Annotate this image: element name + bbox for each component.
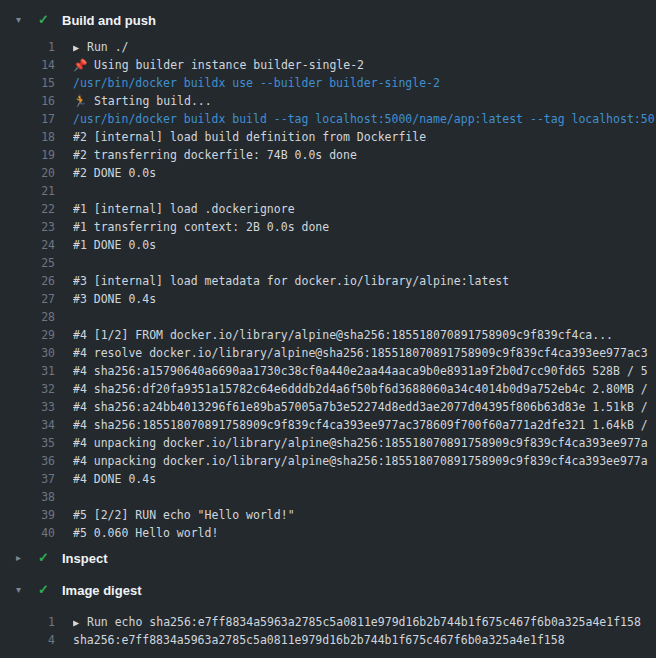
line-number[interactable]: 23 [0, 218, 55, 236]
line-text-content: /usr/bin/docker buildx build --tag local… [73, 112, 655, 126]
log-line: 39#5 [2/2] RUN echo "Hello world!" [0, 506, 656, 524]
line-text: #4 sha256:185518070891758909c9f839cf4ca3… [73, 416, 648, 434]
line-text: /usr/bin/docker buildx use --builder bui… [73, 74, 440, 92]
line-number[interactable]: 4 [0, 631, 55, 649]
line-number[interactable]: 25 [0, 254, 55, 272]
line-text-content: #2 transferring dockerfile: 74B 0.0s don… [73, 148, 357, 162]
line-number[interactable]: 20 [0, 164, 55, 182]
line-number[interactable]: 16 [0, 92, 55, 110]
line-text: #2 [internal] load build definition from… [73, 128, 426, 146]
log-line: 4sha256:e7ff8834a5963a2785c5a0811e979d16… [0, 631, 656, 649]
log-line: 1▶Run echo sha256:e7ff8834a5963a2785c5a0… [0, 613, 656, 631]
line-text: #5 0.060 Hello world! [73, 524, 218, 542]
log-line: 33#4 sha256:a24bb4013296f61e89ba57005a7b… [0, 398, 656, 416]
line-text: #4 DONE 0.4s [73, 470, 156, 488]
line-number[interactable]: 28 [0, 308, 55, 326]
section-header-build-and-push[interactable]: ▾✓Build and push [0, 9, 656, 31]
log-line: 16🏃Starting build... [0, 92, 656, 110]
line-number[interactable]: 15 [0, 74, 55, 92]
line-text: #1 [internal] load .dockerignore [73, 200, 295, 218]
log-line: 28 [0, 308, 656, 326]
line-text: #3 [internal] load metadata for docker.i… [73, 272, 509, 290]
line-number[interactable]: 24 [0, 236, 55, 254]
line-number[interactable]: 35 [0, 434, 55, 452]
line-text-content: #1 DONE 0.0s [73, 238, 156, 252]
line-number[interactable]: 30 [0, 344, 55, 362]
line-text: sha256:e7ff8834a5963a2785c5a0811e979d16b… [73, 631, 565, 649]
log-line: 26#3 [internal] load metadata for docker… [0, 272, 656, 290]
line-text: #4 resolve docker.io/library/alpine@sha2… [73, 344, 648, 362]
line-number[interactable]: 36 [0, 452, 55, 470]
line-text-content: #1 transferring context: 2B 0.0s done [73, 220, 329, 234]
line-number[interactable]: 1 [0, 38, 55, 56]
log-line: 21 [0, 182, 656, 200]
play-icon: ▶ [73, 39, 83, 56]
line-number[interactable]: 37 [0, 470, 55, 488]
line-number[interactable]: 29 [0, 326, 55, 344]
line-text-content: #4 DONE 0.4s [73, 472, 156, 486]
section-title: Inspect [62, 551, 108, 566]
log-line: 37#4 DONE 0.4s [0, 470, 656, 488]
line-number[interactable]: 34 [0, 416, 55, 434]
log-line: 32#4 sha256:df20fa9351a15782c64e6dddb2d4… [0, 380, 656, 398]
line-text-content: #4 sha256:a24bb4013296f61e89ba57005a7b3e… [73, 400, 648, 414]
log-line: 34#4 sha256:185518070891758909c9f839cf4c… [0, 416, 656, 434]
log-section-inspect: ▸✓Inspect [0, 547, 656, 569]
section-header-inspect[interactable]: ▸✓Inspect [0, 547, 656, 569]
line-number[interactable]: 27 [0, 290, 55, 308]
log-line: 20#2 DONE 0.0s [0, 164, 656, 182]
log-line: 22#1 [internal] load .dockerignore [0, 200, 656, 218]
runner-emoji-icon: 🏃 [73, 92, 87, 110]
line-text: ▶Run echo sha256:e7ff8834a5963a2785c5a08… [73, 613, 641, 631]
line-text-content: sha256:e7ff8834a5963a2785c5a0811e979d16b… [73, 633, 565, 647]
line-number[interactable]: 18 [0, 128, 55, 146]
line-text-content: Run echo sha256:e7ff8834a5963a2785c5a081… [87, 615, 641, 629]
section-header-image-digest[interactable]: ▾✓Image digest [0, 579, 656, 601]
line-text: ▶Run ./ [73, 38, 129, 56]
line-text: #4 sha256:a24bb4013296f61e89ba57005a7b3e… [73, 398, 648, 416]
log-line: 25 [0, 254, 656, 272]
line-text-content: #5 [2/2] RUN echo "Hello world!" [73, 508, 295, 522]
line-text: #4 sha256:a15790640a6690aa1730c38cf0a440… [73, 362, 648, 380]
line-text: 📌Using builder instance builder-single-2 [73, 56, 364, 74]
line-text-content: #2 DONE 0.0s [73, 166, 156, 180]
line-text-content: #4 sha256:df20fa9351a15782c64e6dddb2d4a6… [73, 382, 648, 396]
line-text-content: Starting build... [94, 94, 212, 108]
log-line: 17/usr/bin/docker buildx build --tag loc… [0, 110, 656, 128]
log-line: 1▶Run ./ [0, 38, 656, 56]
log-section-image-digest: ▾✓Image digest1▶Run echo sha256:e7ff8834… [0, 579, 656, 649]
line-number[interactable]: 38 [0, 488, 55, 506]
line-text-content: #3 [internal] load metadata for docker.i… [73, 274, 509, 288]
line-number[interactable]: 17 [0, 110, 55, 128]
line-number[interactable]: 19 [0, 146, 55, 164]
line-number[interactable]: 33 [0, 398, 55, 416]
line-text-content: #2 [internal] load build definition from… [73, 130, 426, 144]
line-text-content: /usr/bin/docker buildx use --builder bui… [73, 76, 440, 90]
line-text: #4 unpacking docker.io/library/alpine@sh… [73, 434, 648, 452]
line-text: /usr/bin/docker buildx build --tag local… [73, 110, 655, 128]
line-text: #5 [2/2] RUN echo "Hello world!" [73, 506, 295, 524]
line-text: #1 transferring context: 2B 0.0s done [73, 218, 329, 236]
line-number[interactable]: 39 [0, 506, 55, 524]
line-text-content: #4 [1/2] FROM docker.io/library/alpine@s… [73, 328, 613, 342]
chevron-right-icon[interactable]: ▸ [16, 547, 38, 569]
line-number[interactable]: 21 [0, 182, 55, 200]
line-number[interactable]: 26 [0, 272, 55, 290]
line-number[interactable]: 32 [0, 380, 55, 398]
chevron-down-icon[interactable]: ▾ [16, 579, 38, 601]
line-text: 🏃Starting build... [73, 92, 212, 110]
line-number[interactable]: 1 [0, 613, 55, 631]
log-line: 38 [0, 488, 656, 506]
chevron-down-icon[interactable]: ▾ [16, 9, 38, 31]
line-number[interactable]: 22 [0, 200, 55, 218]
log-line: 14📌Using builder instance builder-single… [0, 56, 656, 74]
pushpin-emoji-icon: 📌 [73, 56, 87, 74]
line-number[interactable]: 14 [0, 56, 55, 74]
line-text-content: #1 [internal] load .dockerignore [73, 202, 295, 216]
section-title: Image digest [62, 583, 141, 598]
log-section-build-and-push: ▾✓Build and push1▶Run ./14📌Using builder… [0, 9, 656, 542]
line-text-content: #5 0.060 Hello world! [73, 526, 218, 540]
line-number[interactable]: 31 [0, 362, 55, 380]
log-line: 31#4 sha256:a15790640a6690aa1730c38cf0a4… [0, 362, 656, 380]
line-number[interactable]: 40 [0, 524, 55, 542]
